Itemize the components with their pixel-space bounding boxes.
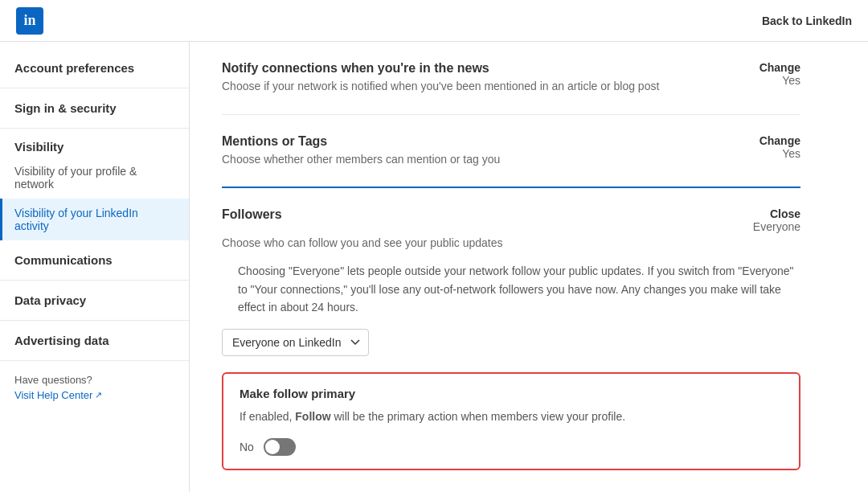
sidebar-visibility-header: Visibility <box>0 129 189 157</box>
followers-dropdown[interactable]: Everyone on LinkedIn Your connections on… <box>222 329 369 356</box>
follow-primary-desc-bold: Follow <box>295 410 330 423</box>
follow-primary-box: Make follow primary If enabled, Follow w… <box>222 372 800 470</box>
setting-action-notify: Change Yes <box>760 61 800 87</box>
setting-info-mentions: Mentions or Tags Choose whether other me… <box>222 134 727 168</box>
sidebar-footer-question: Have questions? <box>14 374 174 386</box>
sidebar-item-visibility-profile-network[interactable]: Visibility of your profile & network <box>0 157 189 199</box>
followers-section: Followers Close Everyone Choose who can … <box>222 188 800 470</box>
sidebar-item-account-preferences[interactable]: Account preferences <box>0 48 189 88</box>
setting-desc-mentions: Choose whether other members can mention… <box>222 152 727 168</box>
setting-row-mentions-tags: Mentions or Tags Choose whether other me… <box>222 115 800 189</box>
header: in Back to LinkedIn <box>0 0 868 42</box>
followers-dropdown-wrapper: Everyone on LinkedIn Your connections on… <box>222 329 800 356</box>
setting-value-notify: Yes <box>782 74 800 87</box>
setting-title-notify: Notify connections when you're in the ne… <box>222 61 727 76</box>
setting-value-mentions: Yes <box>782 147 800 160</box>
setting-info-notify: Notify connections when you're in the ne… <box>222 61 727 95</box>
setting-change-mentions-link[interactable]: Change <box>760 134 800 147</box>
follow-primary-desc-after: will be the primary action when members … <box>331 410 625 423</box>
toggle-label: No <box>240 441 254 453</box>
back-to-linkedin-link[interactable]: Back to LinkedIn <box>762 14 852 27</box>
linkedin-logo: in <box>16 7 43 35</box>
toggle-slider <box>264 438 296 456</box>
follow-primary-desc: If enabled, Follow will be the primary a… <box>240 408 783 425</box>
followers-explanation: Choosing "Everyone" lets people outside … <box>222 262 800 316</box>
sidebar-item-communications[interactable]: Communications <box>0 240 189 281</box>
setting-desc-notify: Choose if your network is notified when … <box>222 79 727 95</box>
toggle-row: No <box>240 438 783 456</box>
follow-primary-toggle[interactable] <box>264 438 296 456</box>
followers-header: Followers Close Everyone <box>222 207 800 233</box>
follow-primary-desc-before: If enabled, <box>240 410 295 423</box>
setting-action-mentions: Change Yes <box>760 134 800 160</box>
followers-action: Close Everyone <box>753 207 800 233</box>
main-content: Notify connections when you're in the ne… <box>190 42 868 492</box>
sidebar-footer: Have questions? Visit Help Center ↗ <box>0 361 189 414</box>
followers-close-link[interactable]: Close <box>753 207 800 220</box>
sidebar-item-sign-in-security[interactable]: Sign in & security <box>0 88 189 129</box>
followers-desc: Choose who can follow you and see your p… <box>222 236 800 249</box>
sidebar-item-visibility-linkedin-activity[interactable]: Visibility of your LinkedIn activity <box>0 199 189 240</box>
setting-row-notify-connections: Notify connections when you're in the ne… <box>222 42 800 115</box>
follow-primary-title: Make follow primary <box>240 387 783 400</box>
external-link-icon: ↗ <box>95 390 102 400</box>
setting-change-notify-link[interactable]: Change <box>760 61 800 74</box>
setting-title-mentions: Mentions or Tags <box>222 134 727 149</box>
sidebar-item-advertising-data[interactable]: Advertising data <box>0 321 189 361</box>
followers-title: Followers <box>222 207 282 222</box>
sidebar: Account preferences Sign in & security V… <box>0 42 190 492</box>
sidebar-item-data-privacy[interactable]: Data privacy <box>0 281 189 321</box>
sidebar-help-center-link[interactable]: Visit Help Center ↗ <box>14 389 174 401</box>
followers-value: Everyone <box>753 220 800 233</box>
